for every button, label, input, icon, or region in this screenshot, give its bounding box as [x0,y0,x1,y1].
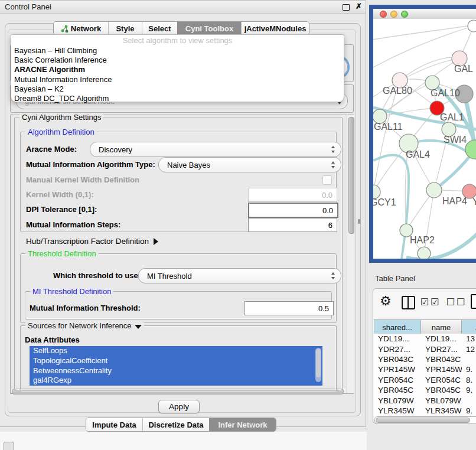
table-cell[interactable]: YBR043C [421,355,462,364]
split-columns-icon[interactable] [402,296,415,309]
table-cell[interactable]: 9. [462,386,476,394]
manual-kernel-checkbox[interactable] [322,175,332,185]
table-cell[interactable]: 13 [462,334,476,343]
apply-button[interactable]: Apply [158,400,200,413]
minimize-traffic-light-icon[interactable] [390,11,397,18]
hub-expander[interactable]: Hub/Transcription Factor Definition [26,237,158,246]
deselect-all-checkboxes-icon[interactable]: ☐☐ [446,296,467,308]
mi-type-combobox[interactable]: Naive Bayes [158,157,341,172]
table-cell[interactable]: YDR27... [421,345,462,354]
table-cell[interactable]: YBR045C [421,386,462,394]
splitter-handle[interactable] [358,219,360,224]
table-cell[interactable]: 12 [462,345,476,354]
algorithm-option[interactable]: Bayesian – Hill Climbing [14,46,341,56]
table-cell[interactable]: YDR27... [374,345,421,354]
table-row[interactable]: YPR145WYPR145W9. [374,364,476,374]
select-all-checkboxes-icon[interactable]: ☑☑ [420,296,441,308]
minimized-panel-icon[interactable] [4,442,14,450]
network-node[interactable] [418,247,431,259]
table-row[interactable]: YBR045CYBR045C9. [374,385,476,395]
attribute-list-item[interactable]: SelfLoops [30,346,322,356]
table-row[interactable]: YDL19...YDL19...13 [374,334,476,344]
mi-threshold-field[interactable]: 0.5 [244,301,334,315]
network-window-titlebar[interactable] [373,9,476,19]
manual-kernel-label: Manual Kernel Width Definition [26,175,139,184]
network-node[interactable] [468,20,476,32]
scrollbar-thumb[interactable] [376,418,470,423]
tab-network[interactable]: Network [54,22,108,35]
scrollbar-thumb[interactable] [348,117,354,234]
close-icon[interactable]: ✗ [356,2,362,11]
table-row[interactable]: YER054CYER054C8. [374,375,476,385]
tab-select[interactable]: Select [142,22,177,35]
gear-icon[interactable]: ⚙ [380,294,392,309]
close-traffic-light-icon[interactable] [380,11,387,18]
tab-infer-network[interactable]: Infer Network [209,418,276,431]
table-cell[interactable]: YLR345W [374,406,421,415]
table-horizontal-scrollbar[interactable] [374,416,476,424]
algorithm-option[interactable]: Mutual Information Inference [14,75,341,84]
algorithm-option[interactable]: Bayesian – K2 [14,84,341,94]
table-cell[interactable]: YDL19... [421,334,462,343]
mi-steps-label: Mutual Information Steps: [26,220,120,229]
table-cell[interactable]: YER054C [421,376,462,384]
tab-impute-data[interactable]: Impute Data [86,418,142,431]
column-header-2[interactable]: name [421,320,462,334]
dpi-tolerance-field[interactable]: 0.0 [248,203,338,218]
combo-spinner-icon [331,146,335,153]
function-builder-icon[interactable] [471,294,476,309]
mi-threshold-value: 0.5 [318,304,329,313]
scrollbar-thumb[interactable] [316,349,321,377]
table-cell[interactable]: 9. [462,406,476,415]
network-node-hap4[interactable] [426,182,442,198]
table-cell[interactable]: 9. [462,365,476,374]
data-attributes-list[interactable]: SelfLoopsTopologicalCoefficientBetweenne… [30,346,322,386]
table-cell[interactable]: YBR043C [374,355,421,364]
attribute-list-item[interactable]: gal4RGexp [30,376,322,386]
list-scrollbar[interactable] [315,348,321,382]
float-window-icon[interactable] [343,4,350,11]
tab-jactivemnodules[interactable]: jActiveMNodules [241,22,309,35]
table-row[interactable]: YDR27...YDR27...12 [374,344,476,354]
apply-label: Apply [169,402,189,411]
table-cell[interactable]: 8. [462,376,476,384]
algorithm-option[interactable]: Basic Correlation Inference [14,56,341,65]
network-node[interactable] [465,140,476,159]
tab-cyni-toolbox[interactable]: Cyni Toolbox [177,22,241,35]
algorithm-list: Bayesian – Hill ClimbingBasic Correlatio… [14,46,341,103]
kernel-width-field[interactable]: 0.0 [248,188,337,202]
table-cell[interactable]: YBR045C [374,386,421,394]
algorithm-option[interactable]: Dream8 DC_TDC Algorithm [14,94,341,103]
tab-style[interactable]: Style [108,22,142,35]
mi-threshold-label: Mutual Information Threshold: [30,304,141,312]
network-canvas[interactable]: GALGAL80GAL10GAL1SWI4GAL11GAL4GCY1HAP4YH… [373,19,476,259]
table-cell[interactable]: YPR145W [421,365,462,374]
attribute-list-item[interactable]: TopologicalCoefficient [30,356,322,366]
zoom-traffic-light-icon[interactable] [401,11,408,18]
table-row[interactable]: YLR345WYLR345W9. [374,406,476,416]
table-cell[interactable]: YER054C [374,376,421,384]
popup-placeholder: Select algorithm to view settings [11,36,344,45]
table-cell[interactable]: YDL19... [374,334,421,343]
network-graph-icon [61,25,69,32]
tab-discretize-data[interactable]: Discretize Data [142,418,209,431]
node-table: shared...nameA [374,319,476,335]
table-cell[interactable]: YLR345W [421,406,462,415]
sources-expander[interactable]: Sources for Network Inference [25,321,144,330]
table-cell[interactable]: YBL079W [421,396,462,405]
kernel-width-label: Kernel Width (0,1): [26,190,94,199]
mi-steps-field[interactable]: 6 [248,218,337,232]
algorithm-option[interactable]: ARACNE Algorithm [14,65,341,74]
aracne-mode-combobox[interactable]: Discovery [90,142,341,157]
table-panel-title: Table Panel [375,274,415,283]
table-row[interactable]: YBR043CYBR043C [374,354,476,364]
column-header-1[interactable]: shared... [374,320,421,334]
which-threshold-combobox[interactable]: MI Threshold [138,268,341,283]
tab-infer-network-label: Infer Network [218,420,267,429]
vertical-scrollbar[interactable] [347,115,354,393]
attribute-list-item[interactable]: BetweennessCentrality [30,366,322,376]
table-row[interactable]: YBL079WYBL079W [374,395,476,405]
table-cell[interactable]: YPR145W [374,365,421,374]
table-cell[interactable]: YBL079W [374,396,421,405]
column-header-3[interactable]: A [462,320,476,334]
